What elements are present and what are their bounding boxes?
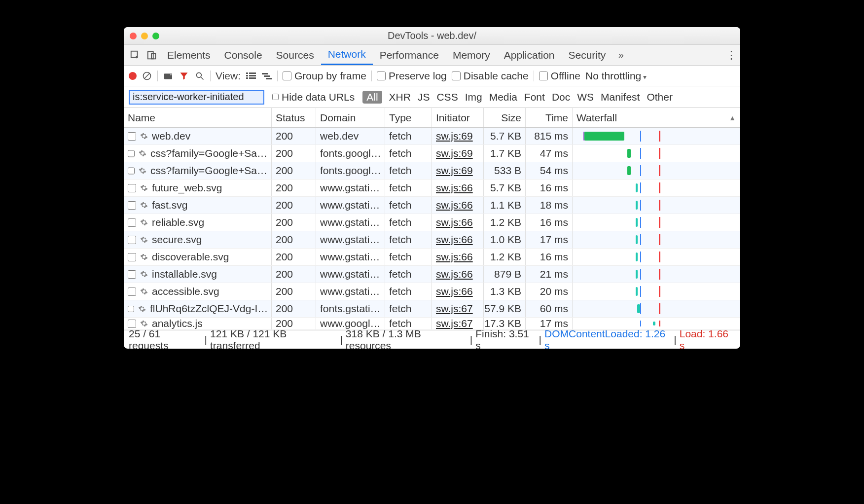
initiator-link[interactable]: sw.js:69 <box>436 130 473 142</box>
request-row[interactable]: accessible.svg200www.gstati…fetchsw.js:6… <box>124 283 740 300</box>
initiator-link[interactable]: sw.js:66 <box>436 234 473 246</box>
column-size[interactable]: Size <box>484 108 526 127</box>
column-domain[interactable]: Domain <box>316 108 385 127</box>
request-time: 18 ms <box>526 197 573 214</box>
column-initiator[interactable]: Initiator <box>432 108 484 127</box>
sort-indicator-icon: ▲ <box>729 114 736 122</box>
filter-type-media[interactable]: Media <box>489 91 517 103</box>
initiator-link[interactable]: sw.js:66 <box>436 182 473 194</box>
tab-elements[interactable]: Elements <box>160 45 217 65</box>
network-filterbar: Hide data URLs AllXHRJSCSSImgMediaFontDo… <box>124 86 740 108</box>
capture-screenshots-icon[interactable] <box>163 71 174 81</box>
request-status: 200 <box>272 214 316 231</box>
request-row[interactable]: web.dev200web.devfetchsw.js:695.7 KB815 … <box>124 128 740 145</box>
request-row[interactable]: installable.svg200www.gstati…fetchsw.js:… <box>124 266 740 283</box>
disable-cache-checkbox[interactable]: Disable cache <box>452 70 529 82</box>
initiator-link[interactable]: sw.js:69 <box>436 165 473 177</box>
initiator-link[interactable]: sw.js:66 <box>436 216 473 228</box>
initiator-link[interactable]: sw.js:66 <box>436 251 473 263</box>
request-row[interactable]: future_web.svg200www.gstati…fetchsw.js:6… <box>124 180 740 197</box>
column-status[interactable]: Status <box>272 108 316 127</box>
request-status: 200 <box>272 266 316 283</box>
filter-type-xhr[interactable]: XHR <box>389 91 411 103</box>
initiator-link[interactable]: sw.js:69 <box>436 147 473 159</box>
row-checkbox[interactable] <box>128 305 134 313</box>
filter-type-font[interactable]: Font <box>524 91 545 103</box>
request-domain: www.gstati… <box>316 283 385 300</box>
request-status: 200 <box>272 231 316 248</box>
filter-type-css[interactable]: CSS <box>436 91 458 103</box>
request-row[interactable]: flUhRq6tzZclQEJ-Vdg-I…200fonts.gstati…fe… <box>124 300 740 318</box>
request-type: fetch <box>385 283 432 300</box>
request-type: fetch <box>385 145 432 162</box>
row-checkbox[interactable] <box>128 218 136 227</box>
svg-rect-9 <box>246 72 248 74</box>
tab-network[interactable]: Network <box>321 45 373 65</box>
inspect-element-icon[interactable] <box>128 48 143 63</box>
request-time: 815 ms <box>526 128 573 144</box>
preserve-log-checkbox[interactable]: Preserve log <box>377 70 447 82</box>
column-time[interactable]: Time <box>526 108 573 127</box>
tab-sources[interactable]: Sources <box>269 45 321 65</box>
group-by-frame-checkbox[interactable]: Group by frame <box>283 70 366 82</box>
tab-security[interactable]: Security <box>561 45 612 65</box>
filter-type-img[interactable]: Img <box>465 91 482 103</box>
filter-type-doc[interactable]: Doc <box>552 91 570 103</box>
tab-performance[interactable]: Performance <box>373 45 446 65</box>
request-size: 1.7 KB <box>484 145 526 162</box>
initiator-link[interactable]: sw.js:67 <box>436 303 473 315</box>
row-checkbox[interactable] <box>128 184 136 192</box>
row-checkbox[interactable] <box>128 320 136 328</box>
settings-kebab-icon[interactable]: ⋮ <box>725 49 737 62</box>
row-checkbox[interactable] <box>128 201 136 210</box>
offline-checkbox[interactable]: Offline <box>539 70 580 82</box>
initiator-link[interactable]: sw.js:66 <box>436 199 473 211</box>
row-checkbox[interactable] <box>128 149 135 158</box>
filter-type-manifest[interactable]: Manifest <box>601 91 640 103</box>
request-row[interactable]: secure.svg200www.gstati…fetchsw.js:661.0… <box>124 231 740 249</box>
request-status: 200 <box>272 283 316 300</box>
request-row[interactable]: css?family=Google+Sa…200fonts.googl…fetc… <box>124 145 740 162</box>
filter-icon[interactable] <box>179 71 189 81</box>
filter-type-js[interactable]: JS <box>418 91 430 103</box>
column-name[interactable]: Name <box>124 108 272 127</box>
request-name: future_web.svg <box>152 182 222 194</box>
filter-input[interactable] <box>129 90 264 105</box>
initiator-link[interactable]: sw.js:66 <box>436 268 473 280</box>
search-icon[interactable] <box>194 71 205 81</box>
request-row[interactable]: discoverable.svg200www.gstati…fetchsw.js… <box>124 249 740 266</box>
large-rows-icon[interactable] <box>246 71 256 81</box>
request-row[interactable]: reliable.svg200www.gstati…fetchsw.js:661… <box>124 214 740 231</box>
request-waterfall <box>573 128 740 144</box>
tab-console[interactable]: Console <box>217 45 269 65</box>
request-type: fetch <box>385 162 432 179</box>
column-waterfall[interactable]: Waterfall▲ <box>573 108 740 127</box>
waterfall-view-icon[interactable] <box>261 71 272 81</box>
request-row[interactable]: css?family=Google+Sa…200fonts.googl…fetc… <box>124 162 740 180</box>
column-type[interactable]: Type <box>385 108 432 127</box>
device-toolbar-icon[interactable] <box>144 48 159 63</box>
filter-type-all[interactable]: All <box>362 91 382 104</box>
row-checkbox[interactable] <box>128 132 136 141</box>
row-checkbox[interactable] <box>128 236 136 244</box>
filter-type-other[interactable]: Other <box>647 91 673 103</box>
row-checkbox[interactable] <box>128 253 136 261</box>
request-row[interactable]: fast.svg200www.gstati…fetchsw.js:661.1 K… <box>124 197 740 214</box>
throttling-dropdown[interactable]: No throttling▾ <box>585 70 647 82</box>
filter-type-ws[interactable]: WS <box>577 91 594 103</box>
row-checkbox[interactable] <box>128 270 136 279</box>
tab-memory[interactable]: Memory <box>446 45 497 65</box>
request-size: 879 B <box>484 266 526 283</box>
row-checkbox[interactable] <box>128 167 135 175</box>
hide-data-urls-checkbox[interactable]: Hide data URLs <box>272 91 355 103</box>
row-checkbox[interactable] <box>128 288 136 296</box>
more-tabs-icon[interactable]: » <box>613 48 628 63</box>
svg-rect-14 <box>249 77 256 79</box>
status-bar: 25 / 61 requests| 121 KB / 121 KB transf… <box>124 330 740 349</box>
clear-icon[interactable] <box>142 71 152 81</box>
tab-application[interactable]: Application <box>497 45 562 65</box>
initiator-link[interactable]: sw.js:66 <box>436 286 473 297</box>
devtools-tabbar: ElementsConsoleSourcesNetworkPerformance… <box>124 45 740 66</box>
request-waterfall <box>573 197 740 214</box>
record-button[interactable] <box>129 72 137 80</box>
